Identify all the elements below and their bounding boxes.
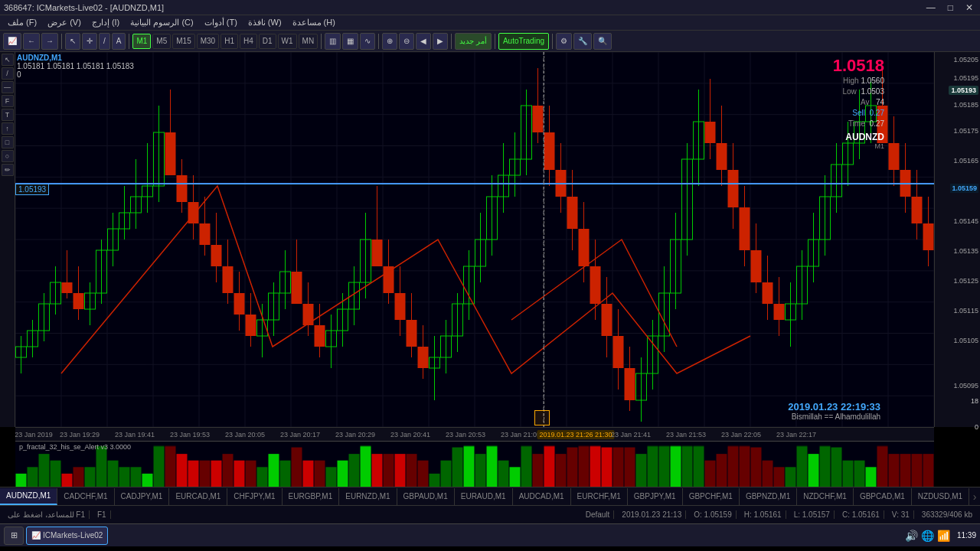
- add-chart-tab[interactable]: ›: [969, 488, 980, 505]
- status-close: C: 1.05161: [838, 510, 884, 519]
- tab-eurnzd-m1[interactable]: EURNZD,M1: [339, 488, 397, 505]
- ellipse-lt[interactable]: ○: [2, 150, 14, 162]
- cursor-tool[interactable]: ↖: [65, 33, 80, 50]
- menu-insert[interactable]: إدارج (I): [87, 17, 124, 28]
- back-button[interactable]: ←: [23, 33, 40, 50]
- cursor-lt[interactable]: ↖: [2, 54, 14, 66]
- autotrading-button[interactable]: AutoTrading: [498, 33, 549, 50]
- price-chart[interactable]: [15, 52, 934, 427]
- price-high: 1.0560: [861, 77, 884, 85]
- price-label-12: 1.05095: [953, 382, 978, 390]
- menu-file[interactable]: ملف (F): [3, 17, 41, 28]
- app-label: ICMarkets-Live02: [43, 531, 103, 540]
- menu-charts[interactable]: الرسوم البيانية (C): [126, 17, 198, 28]
- tab-nzdchf-m1[interactable]: NZDCHF,M1: [797, 488, 854, 505]
- tf-mn[interactable]: MN: [299, 34, 318, 49]
- chart-datetime-sub: Bismillah == Alhamdulillah: [788, 412, 880, 421]
- tab-gbpcad-m1[interactable]: GBPCAD,M1: [854, 488, 912, 505]
- rect-lt[interactable]: □: [2, 136, 14, 148]
- symbol-info: AUDNZD,M1 1.05181 1.05181 1.05181 1.0518…: [17, 54, 134, 79]
- time-axis: 23 Jan 2019 23 Jan 19:29 23 Jan 19:41 23…: [15, 427, 934, 441]
- tab-eurgbp-m1[interactable]: EURGBP,M1: [283, 488, 340, 505]
- new-order-button[interactable]: أمر جديد: [455, 33, 492, 50]
- tab-chfjpy-m1[interactable]: CHFJPY,M1: [227, 488, 282, 505]
- time-label-13: 23 Jan 22:05: [721, 431, 761, 439]
- new-chart-button[interactable]: 📈: [3, 33, 21, 50]
- bar-chart-button[interactable]: ▥: [325, 33, 341, 50]
- tf-h4[interactable]: H4: [240, 34, 257, 49]
- zoom-in-button[interactable]: ⊕: [382, 33, 397, 50]
- tab-eurcad-m1[interactable]: EURCAD,M1: [169, 488, 227, 505]
- tab-gbpnzd-m1[interactable]: GBPNZD,M1: [740, 488, 797, 505]
- time-label-7: 23 Jan 20:29: [335, 431, 375, 439]
- price-label-6: 1.05159: [950, 184, 978, 193]
- start-button[interactable]: ⊞: [4, 527, 24, 545]
- tab-gbpchf-m1[interactable]: GBPCHF,M1: [683, 488, 740, 505]
- tab-cadjpy-m1[interactable]: CADJPY,M1: [115, 488, 170, 505]
- time-label-5: 23 Jan 20:05: [225, 431, 265, 439]
- tf-m15[interactable]: M15: [172, 34, 194, 49]
- chart-container[interactable]: AUDNZD,M1 1.05181 1.05181 1.05181 1.0518…: [15, 52, 934, 427]
- pen-lt[interactable]: ✏: [2, 164, 14, 176]
- search-button[interactable]: 🔍: [593, 33, 612, 50]
- tab-cadchf-m1[interactable]: CADCHF,M1: [57, 488, 114, 505]
- app-icon: 📈: [31, 531, 41, 540]
- settings-button[interactable]: 🔧: [573, 33, 592, 50]
- tab-eurchf-m1[interactable]: EURCHF,M1: [571, 488, 628, 505]
- tf-d1[interactable]: D1: [259, 34, 276, 49]
- price-time: 0.27: [870, 119, 884, 128]
- tf-w1[interactable]: W1: [278, 34, 297, 49]
- f1-label: F1: [93, 510, 111, 519]
- price-label-10: 1.05115: [953, 307, 978, 315]
- menu-help[interactable]: مساعدة (H): [288, 17, 340, 28]
- scroll-right-button[interactable]: ▶: [433, 33, 448, 50]
- hline-lt[interactable]: —: [2, 81, 14, 93]
- zoom-out-button[interactable]: ⊖: [399, 33, 414, 50]
- tab-audnzd-m1[interactable]: AUDNZD,M1: [0, 488, 57, 505]
- taskbar: ⊞ 📈 ICMarkets-Live02 🔊 🌐 📶 11:39: [0, 523, 980, 546]
- tab-audcad-m1[interactable]: AUDCAD,M1: [513, 488, 571, 505]
- forward-button[interactable]: →: [41, 33, 58, 50]
- current-price: 1.0518: [833, 56, 884, 76]
- crosshair-tool[interactable]: ✛: [82, 33, 97, 50]
- menu-view[interactable]: عرض (V): [43, 17, 86, 28]
- separator: [61, 34, 62, 49]
- arrow-lt[interactable]: ↑: [2, 122, 14, 135]
- maximize-button[interactable]: □: [945, 2, 956, 13]
- tf-m30[interactable]: M30: [197, 34, 219, 49]
- time-label-12: 23 Jan 21:53: [666, 431, 706, 439]
- minimize-button[interactable]: —: [923, 2, 939, 13]
- text-tool[interactable]: A: [112, 33, 126, 50]
- taskbar-right: 🔊 🌐 📶 11:39: [905, 530, 976, 542]
- text-lt[interactable]: T: [2, 109, 14, 121]
- taskbar-time: 11:39: [957, 531, 976, 540]
- scroll-left-button[interactable]: ◀: [416, 33, 431, 50]
- indicator-label-low: 0: [975, 423, 978, 431]
- fib-lt[interactable]: F: [2, 95, 14, 107]
- menu-window[interactable]: نافذة (W): [243, 17, 286, 28]
- line-lt[interactable]: /: [2, 67, 14, 80]
- time-label-8: 23 Jan 20:41: [390, 431, 430, 439]
- close-button[interactable]: ✕: [962, 2, 976, 13]
- app-metatrader[interactable]: 📈 ICMarkets-Live02: [26, 527, 108, 545]
- datetime-overlay: 2019.01.23 22:19:33 Bismillah == Alhamdu…: [788, 401, 880, 421]
- tab-gbpjpy-m1[interactable]: GBPJPY,M1: [628, 488, 683, 505]
- line-chart-button[interactable]: ∿: [360, 33, 375, 50]
- tab-gbpaud-m1[interactable]: GBPAUD,M1: [397, 488, 455, 505]
- status-low: L: 1.05157: [790, 510, 835, 519]
- tf-m5[interactable]: M5: [152, 34, 171, 49]
- menu-bar: ملف (F) عرض (V) إدارج (I) الرسوم البياني…: [0, 15, 980, 31]
- price-axis-labels: 1.05205 1.05195 1.05193 1.05185 1.05175 …: [935, 52, 980, 427]
- line-tool[interactable]: /: [99, 33, 110, 50]
- candle-chart-button[interactable]: ▦: [342, 33, 358, 50]
- tab-euraud-m1[interactable]: EURAUD,M1: [455, 488, 513, 505]
- indicator-label-high: 18: [971, 397, 978, 405]
- window-title: 368647: ICMarkets-Live02 - [AUDNZD,M1]: [4, 3, 164, 12]
- tab-nzdusd-m1[interactable]: NZDUSD,M1: [912, 488, 969, 505]
- price-label-11: 1.05105: [953, 337, 978, 344]
- tf-m1[interactable]: M1: [132, 34, 151, 49]
- indicators-button[interactable]: ⚙: [556, 33, 572, 50]
- tf-h1[interactable]: H1: [220, 34, 238, 49]
- menu-tools[interactable]: أدوات (T): [200, 17, 242, 28]
- title-bar: 368647: ICMarkets-Live02 - [AUDNZD,M1] —…: [0, 0, 980, 15]
